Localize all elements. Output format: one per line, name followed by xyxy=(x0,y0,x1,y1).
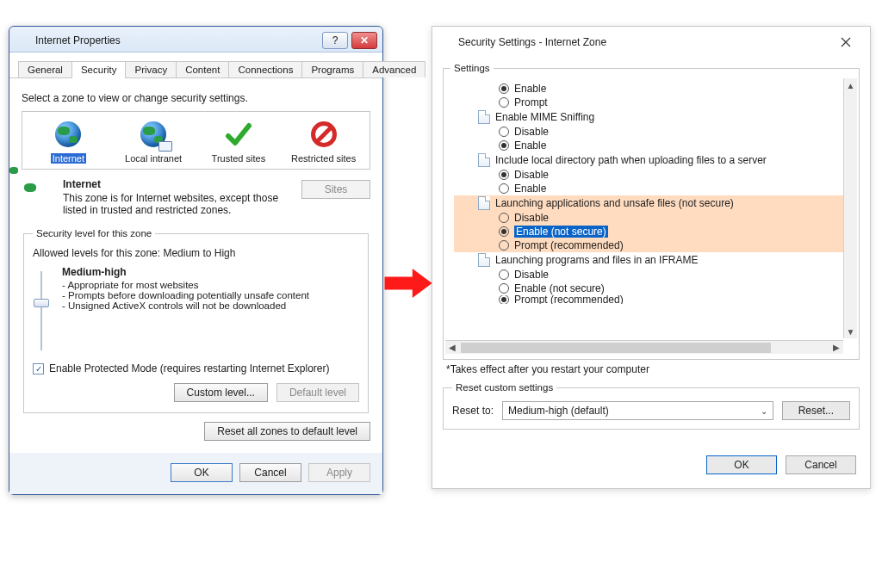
tab-connections[interactable]: Connections xyxy=(228,61,302,77)
radio-label: Disable xyxy=(514,126,549,138)
radio-icon[interactable] xyxy=(499,183,509,194)
radio-icon[interactable] xyxy=(499,240,509,251)
horizontal-scrollbar[interactable]: ◀ ▶ xyxy=(445,340,843,354)
zone-restricted-sites[interactable]: Restricted sites xyxy=(289,119,358,164)
reset-button[interactable]: Reset... xyxy=(782,401,850,420)
titlebar[interactable]: Internet Properties ? ✕ xyxy=(9,27,382,53)
settings-radio-option[interactable]: Prompt xyxy=(454,96,845,109)
tab-privacy[interactable]: Privacy xyxy=(125,61,177,77)
zone-desc-text: This zone is for Internet websites, exce… xyxy=(63,192,293,216)
radio-label: Prompt (recommended) xyxy=(514,239,624,251)
settings-radio-option[interactable]: Enable (not secure) xyxy=(454,282,845,295)
cancel-button[interactable]: Cancel xyxy=(786,455,856,474)
chevron-down-icon: ⌄ xyxy=(761,406,767,416)
radio-icon[interactable] xyxy=(499,213,509,223)
slider-thumb[interactable] xyxy=(34,299,49,307)
scrollbar-thumb[interactable] xyxy=(461,343,771,353)
zone-internet-label: Internet xyxy=(51,153,86,164)
radio-label: Disable xyxy=(514,269,549,281)
radio-icon[interactable] xyxy=(499,140,509,151)
radio-icon[interactable] xyxy=(499,84,509,94)
zone-internet[interactable]: Internet xyxy=(34,119,102,164)
security-level-group: Security level for this zone Allowed lev… xyxy=(23,228,369,413)
settings-group-label: Launching programs and files in an IFRAM… xyxy=(495,254,698,266)
sites-button[interactable]: Sites xyxy=(301,180,370,199)
radio-label: Prompt xyxy=(514,96,548,108)
security-slider[interactable] xyxy=(33,268,50,354)
radio-icon[interactable] xyxy=(499,170,509,180)
radio-icon[interactable] xyxy=(499,269,509,280)
scroll-up-icon[interactable]: ▲ xyxy=(844,78,857,92)
radio-label: Enable (not secure) xyxy=(514,282,605,294)
check-icon xyxy=(223,119,254,150)
titlebar[interactable]: Security Settings - Internet Zone xyxy=(432,27,870,58)
settings-radio-option[interactable]: Disable xyxy=(454,125,845,139)
help-button[interactable]: ? xyxy=(322,32,348,49)
settings-radio-option[interactable]: Prompt (recommended) xyxy=(454,295,845,304)
settings-radio-option[interactable]: Enable (not secure) xyxy=(454,225,845,238)
security-bullet: - Appropriate for most websites xyxy=(62,280,309,290)
settings-group-item: Launching programs and files in an IFRAM… xyxy=(454,252,845,268)
app-icon xyxy=(16,34,30,47)
zone-local-intranet[interactable]: Local intranet xyxy=(119,119,188,164)
settings-group-item: Include local directory path when upload… xyxy=(454,152,845,168)
ok-button[interactable]: OK xyxy=(706,455,777,474)
reset-legend: Reset custom settings xyxy=(452,382,556,393)
settings-group-label: Launching applications and unsafe files … xyxy=(495,197,734,209)
close-button[interactable] xyxy=(829,32,863,53)
radio-label: Enable (not secure) xyxy=(514,226,608,238)
settings-radio-option[interactable]: Enable xyxy=(454,182,845,195)
internet-properties-window: Internet Properties ? ✕ General Security… xyxy=(9,26,383,495)
tab-general[interactable]: General xyxy=(18,61,72,77)
zone-selector: Internet Local intranet Trusted sites Re… xyxy=(22,111,370,170)
radio-icon[interactable] xyxy=(499,283,509,294)
radio-label: Disable xyxy=(514,212,549,224)
settings-radio-option[interactable]: Enable xyxy=(454,139,845,152)
zone-trusted-sites[interactable]: Trusted sites xyxy=(204,119,273,164)
zone-desc-title: Internet xyxy=(63,178,293,190)
scroll-right-icon[interactable]: ▶ xyxy=(829,341,843,354)
file-icon xyxy=(478,153,490,167)
dialog-footer: OK Cancel Apply xyxy=(9,453,382,494)
radio-icon[interactable] xyxy=(499,127,509,137)
reset-to-combobox[interactable]: Medium-high (default) ⌄ xyxy=(502,401,773,420)
cancel-button[interactable]: Cancel xyxy=(239,463,301,482)
settings-tree[interactable]: EnablePromptEnable MIME SniffingDisableE… xyxy=(445,78,857,354)
file-icon xyxy=(478,196,490,210)
settings-radio-option[interactable]: Disable xyxy=(454,268,845,282)
settings-radio-option[interactable]: Prompt (recommended) xyxy=(454,238,845,252)
scroll-down-icon[interactable]: ▼ xyxy=(844,325,857,338)
vertical-scrollbar[interactable]: ▲ ▼ xyxy=(843,78,857,338)
scroll-left-icon[interactable]: ◀ xyxy=(445,341,459,354)
protected-mode-checkbox[interactable]: ✓ xyxy=(33,363,44,374)
apply-button[interactable]: Apply xyxy=(308,463,370,482)
radio-label: Enable xyxy=(514,139,546,152)
protected-mode-label: Enable Protected Mode (requires restarti… xyxy=(49,362,330,374)
reset-all-zones-button[interactable]: Reset all zones to default level xyxy=(204,422,370,441)
radio-icon[interactable] xyxy=(499,97,509,108)
settings-group-item: Enable MIME Sniffing xyxy=(454,109,845,125)
allowed-levels-text: Allowed levels for this zone: Medium to … xyxy=(33,247,359,259)
custom-level-button[interactable]: Custom level... xyxy=(174,383,268,402)
default-level-button[interactable]: Default level xyxy=(276,383,359,402)
tab-programs[interactable]: Programs xyxy=(301,61,363,77)
reset-to-label: Reset to: xyxy=(452,405,494,417)
monitor-icon xyxy=(158,141,172,152)
security-bullet: - Unsigned ActiveX controls will not be … xyxy=(62,300,309,311)
radio-icon[interactable] xyxy=(499,295,509,304)
tab-advanced[interactable]: Advanced xyxy=(363,61,425,77)
tab-content[interactable]: Content xyxy=(176,61,229,77)
settings-radio-option[interactable]: Disable xyxy=(454,211,845,225)
settings-radio-option[interactable]: Disable xyxy=(454,168,845,182)
close-button[interactable]: ✕ xyxy=(351,32,377,49)
ok-button[interactable]: OK xyxy=(171,463,233,482)
radio-label: Enable xyxy=(514,83,546,95)
security-level-legend: Security level for this zone xyxy=(33,228,155,238)
settings-group-label: Enable MIME Sniffing xyxy=(495,111,594,123)
tab-security[interactable]: Security xyxy=(71,61,127,77)
app-icon xyxy=(439,35,453,49)
settings-radio-option[interactable]: Enable xyxy=(454,82,845,96)
radio-icon[interactable] xyxy=(499,226,509,237)
zone-restricted-sites-label: Restricted sites xyxy=(289,153,357,164)
arrow-icon xyxy=(383,267,435,300)
